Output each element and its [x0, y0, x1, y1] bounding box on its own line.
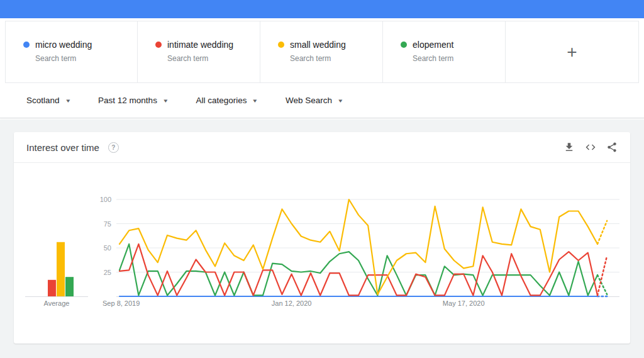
- embed-icon[interactable]: [585, 142, 596, 153]
- series-line: [119, 199, 597, 294]
- search-terms-row: micro wedding Search term intimate weddi…: [5, 21, 639, 83]
- term-card-intimate-wedding[interactable]: intimate wedding Search term: [138, 21, 260, 82]
- google-trends-screen: micro wedding Search term intimate weddi…: [0, 0, 644, 358]
- series-line-partial: [597, 221, 607, 244]
- help-icon[interactable]: ?: [108, 142, 119, 153]
- term-color-dot: [155, 42, 162, 48]
- chevron-down-icon: ▾: [66, 98, 70, 104]
- chevron-down-icon: ▾: [338, 98, 342, 104]
- term-color-dot: [278, 42, 284, 48]
- term-card-small-wedding[interactable]: small wedding Search term: [260, 21, 383, 82]
- y-tick-label: 50: [104, 244, 111, 252]
- interest-over-time-card: Interest over time ? 255075100Sep 8, 201…: [14, 132, 630, 344]
- download-icon[interactable]: [564, 142, 575, 153]
- share-icon[interactable]: [606, 142, 618, 153]
- x-tick-label: Sep 8, 2019: [103, 299, 140, 307]
- term-type-label: Search term: [290, 54, 382, 63]
- term-card-elopement[interactable]: elopement Search term: [383, 21, 506, 82]
- filters-bar: Scotland ▾ Past 12 months ▾ All categori…: [0, 83, 644, 118]
- term-color-dot: [401, 42, 407, 48]
- term-label: micro wedding: [35, 40, 92, 50]
- average-bar: [48, 280, 56, 296]
- y-tick-label: 25: [104, 269, 111, 276]
- average-bar: [57, 242, 65, 296]
- y-tick-label: 75: [104, 220, 111, 228]
- term-type-label: Search term: [35, 54, 137, 63]
- chevron-down-icon: ▾: [164, 98, 167, 104]
- series-line: [119, 244, 597, 296]
- filter-search-type[interactable]: Web Search ▾: [286, 96, 342, 105]
- term-label: elopement: [413, 40, 453, 50]
- add-comparison-card[interactable]: +: [506, 21, 638, 82]
- term-color-dot: [23, 42, 30, 48]
- average-label: Average: [44, 299, 70, 307]
- filter-geo[interactable]: Scotland ▾: [26, 96, 69, 105]
- term-type-label: Search term: [167, 54, 260, 63]
- interest-over-time-chart[interactable]: 255075100Sep 8, 2019Jan 12, 2020May 17, …: [14, 164, 630, 344]
- term-label: small wedding: [290, 40, 346, 50]
- x-tick-label: Jan 12, 2020: [272, 299, 312, 307]
- plus-icon: +: [567, 43, 577, 61]
- average-bar: [65, 277, 74, 296]
- term-type-label: Search term: [413, 54, 505, 63]
- filter-category[interactable]: All categories ▾: [196, 96, 257, 105]
- x-tick-label: May 17, 2020: [443, 299, 485, 307]
- term-label: intimate wedding: [167, 40, 233, 50]
- series-line-partial: [597, 255, 607, 295]
- chevron-down-icon: ▾: [253, 98, 257, 104]
- widget-header: Interest over time ?: [14, 132, 630, 163]
- app-bar: [0, 0, 644, 18]
- term-card-micro-wedding[interactable]: micro wedding Search term: [6, 21, 138, 82]
- filter-time-range[interactable]: Past 12 months ▾: [98, 96, 167, 105]
- main-content: Interest over time ? 255075100Sep 8, 201…: [0, 120, 644, 358]
- y-tick-label: 100: [100, 196, 111, 203]
- widget-title: Interest over time: [26, 142, 99, 153]
